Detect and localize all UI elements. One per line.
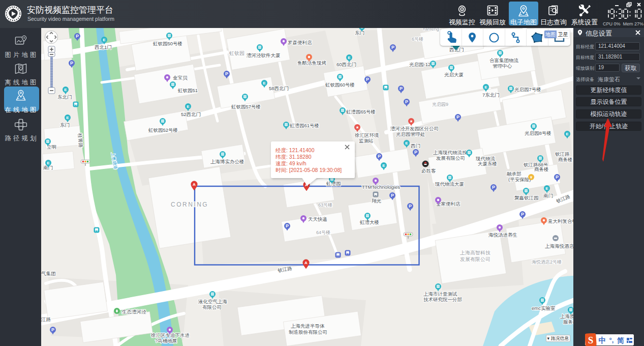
svg-text:合富集团物流: 合富集团物流 [489,57,519,63]
svg-text:虹钦园57号楼: 虹钦园57号楼 [231,104,261,109]
svg-text:¥: ¥ [530,175,533,180]
svg-text:经度: 121.41400: 经度: 121.41400 [275,147,315,153]
svg-text:CORNING: CORNING [171,201,208,208]
svg-text:现代物流大厦: 现代物流大厦 [435,181,464,187]
svg-text:钦江路: 钦江路 [555,151,570,157]
svg-text:光启园8号楼: 光启园8号楼 [525,130,551,136]
svg-text:°,: °, [609,336,614,344]
svg-text:发展有限公司: 发展有限公司 [436,155,465,161]
svg-text:6号楼: 6号楼 [412,37,423,42]
svg-text:西门: 西门 [411,143,420,149]
svg-text:东门: 东门 [355,30,364,36]
svg-text:63号楼: 63号楼 [318,203,332,208]
svg-text:光启大厦: 光启大厦 [444,72,464,77]
svg-text:虹漕园61号楼: 虹漕园61号楼 [290,123,319,128]
svg-text:翔光: 翔光 [372,198,382,204]
svg-text:64号楼: 64号楼 [316,230,330,235]
svg-text:光启园7号楼: 光启园7号楼 [514,86,541,92]
svg-text:漕河泾软件大厦: 漕河泾软件大厦 [247,52,281,58]
svg-text:光启园-12: 光启园-12 [409,62,431,67]
svg-text:虹钦园52号楼: 虹钦园52号楼 [148,127,178,133]
svg-text:有限公司: 有限公司 [202,304,222,310]
svg-text:纬度: 31.18280: 纬度: 31.18280 [275,154,312,160]
svg-text:江路: 江路 [41,316,51,322]
svg-text:虹钦园50号楼: 虹钦园50号楼 [153,41,182,46]
svg-text:上海现代物流投资: 上海现代物流投资 [433,150,472,155]
svg-text:上海市计量测试: 上海市计量测试 [423,291,457,297]
svg-text:漕河泾开发园区分公司: 漕河泾开发园区分公司 [390,126,439,131]
svg-text:上海先进半导体: 上海先进半导体 [291,323,325,329]
svg-text:上海博实办公楼: 上海博实办公楼 [210,159,244,164]
svg-text:中: 中 [599,336,606,344]
svg-text:上海高智科技: 上海高智科技 [459,250,490,255]
svg-text:?马桶地展: ?马桶地展 [155,338,177,343]
svg-text:监测站: 监测站 [359,138,374,143]
svg-text:气集团: 气集团 [41,271,56,276]
svg-text:发展有限公司: 发展有限公司 [460,256,490,262]
svg-text:S: S [588,335,594,345]
svg-text:简: 简 [617,336,624,344]
svg-text:emc实验室: emc实验室 [532,305,555,311]
svg-text:技术研究院一分部: 技术研究院一分部 [423,297,462,302]
svg-text:桂箐路: 桂箐路 [77,133,84,148]
svg-text:海悦酒店2号楼: 海悦酒店2号楼 [532,260,562,265]
svg-text:管理中心: 管理中心 [493,63,512,69]
svg-text:金宝贝: 金宝贝 [173,75,188,80]
svg-text:液化空气上海: 液化空气上海 [198,299,228,304]
svg-text:必胜客: 必胜客 [421,168,436,174]
svg-text:聚鑫钦江园: 聚鑫钦江园 [514,195,539,200]
svg-text:58西北门: 58西北门 [269,85,289,91]
svg-text:天天快递: 天天快递 [308,216,327,222]
svg-text:意大利复合餐: 意大利复合餐 [547,218,573,224]
svg-text:徐汇区环境: 徐汇区环境 [354,132,379,138]
svg-text:虹钦园60号楼: 虹钦园60号楼 [325,82,355,88]
svg-text:TTMTechnologies: TTMTechnologies [362,184,400,190]
svg-text:西北1门: 西北1门 [95,44,112,50]
svg-text:服务科: 服务科 [563,319,573,325]
svg-text:虹钦园51: 虹钦园51 [178,88,198,93]
svg-text:海悦汤道养生: 海悦汤道养生 [488,232,517,238]
svg-text:罗森便利店: 罗森便利店 [288,40,312,45]
svg-text:商务楼: 商务楼 [534,166,549,172]
svg-text:融承部: 融承部 [507,171,522,177]
svg-text:光启园9: 光启园9 [432,102,448,107]
svg-text:商务楼: 商务楼 [558,157,573,162]
svg-text:时间: [2021-05-08 19:30:08]: 时间: [2021-05-08 19:30:08] [275,167,342,173]
svg-text:鱼酷活鱼现烤: 鱼酷活鱼现烤 [297,60,327,66]
svg-text:(平安保险): (平安保险) [508,177,531,182]
svg-text:制造股份有限公司: 制造股份有限公司 [289,329,327,335]
svg-text:52西北门: 52西北门 [181,111,201,117]
svg-text:大厦东楼: 大厦东楼 [478,161,497,166]
svg-text:虹钦园: 虹钦园 [229,50,244,56]
svg-text:东门: 东门 [60,122,70,128]
svg-text:上海海悦酒店: 上海海悦酒店 [545,243,573,249]
svg-text:虹漕大楼: 虹漕大楼 [360,219,379,225]
svg-text:7东北门: 7东北门 [482,92,500,98]
svg-text:60西北门: 60西北门 [336,62,356,67]
svg-text:虹漕园65号楼: 虹漕园65号楼 [346,109,376,114]
svg-text:生态漕河泾: 生态漕河泾 [121,309,146,314]
svg-text:光启园管理处: 光启园管理处 [396,131,425,137]
svg-text:南门: 南门 [543,193,553,198]
svg-text:上海质监: 上海质监 [560,313,573,319]
svg-text:速度: 49 kv/h: 速度: 49 kv/h [275,160,306,166]
